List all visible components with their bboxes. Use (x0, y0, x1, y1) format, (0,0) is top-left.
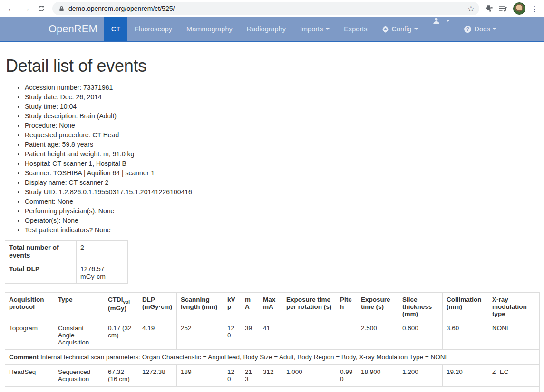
event-cell: 0.600 (398, 321, 443, 350)
column-header: DLP (mGy·cm) (138, 293, 177, 321)
event-cell: 0.990 (336, 365, 357, 387)
menu-user[interactable] (425, 17, 457, 25)
event-row: TopogramConstant Angle Acquisition0.17 (… (5, 321, 540, 350)
address-bar[interactable]: demo.openrem.org/openrem/ct/525/ ☆ (52, 2, 479, 15)
event-cell: 1.000 (282, 365, 336, 387)
browser-toolbar: ← → demo.openrem.org/openrem/ct/525/ ☆ ⋮ (0, 0, 544, 17)
event-cell: Constant Angle Acquisition (54, 321, 104, 350)
study-detail-item: Study UID: 1.2.826.0.1.19550317.15.1.201… (25, 187, 539, 197)
column-header: X-ray modulation type (488, 293, 540, 321)
question-icon: ? (464, 26, 471, 33)
event-cell: 2.500 (357, 321, 398, 350)
summary-row: Total number of events2 (5, 241, 128, 262)
media-controls-icon[interactable] (499, 5, 507, 12)
column-header: mA (241, 293, 259, 321)
tab-ct[interactable]: CT (104, 17, 127, 41)
event-cell: 41 (259, 321, 282, 350)
menu-exports[interactable]: Exports (337, 17, 374, 41)
study-detail-item: Requested procedure: CT Head (25, 130, 539, 140)
caret-down-icon (326, 28, 330, 30)
column-header: Max mA (259, 293, 282, 321)
study-detail-item: Test patient indicators? None (25, 225, 539, 235)
column-header: Pitch (336, 293, 357, 321)
column-header: CTDIvol (mGy) (104, 293, 138, 321)
study-detail-item: Procedure: None (25, 121, 539, 130)
tab-fluoroscopy[interactable]: Fluoroscopy (127, 17, 179, 41)
events-table-body: TopogramConstant Angle Acquisition0.17 (… (5, 321, 540, 392)
event-cell: NONE (488, 321, 540, 350)
event-comment: Comment Internal technical scan paramete… (5, 350, 540, 365)
event-comment: Comment Internal technical scan paramete… (5, 387, 540, 392)
event-cell: 120 (223, 321, 241, 350)
caret-down-icon (414, 28, 418, 30)
event-cell (336, 321, 357, 350)
menu-config[interactable]: Config (375, 17, 426, 41)
summary-table: Total number of events2Total DLP1276.57 … (5, 240, 128, 284)
study-detail-item: Hospital: CT scanner 1, Hospital B (25, 159, 539, 168)
study-detail-item: Accession number: 73371981 (25, 83, 539, 92)
summary-label: Total DLP (5, 262, 77, 284)
event-comment-row: Comment Internal technical scan paramete… (5, 387, 540, 392)
lock-icon (59, 6, 64, 12)
event-cell: 0.17 (32 cm) (104, 321, 138, 350)
event-cell: 1272.38 (138, 365, 177, 387)
extensions-puzzle-icon[interactable] (485, 5, 493, 13)
browser-menu-icon[interactable]: ⋮ (531, 5, 538, 12)
forward-icon[interactable]: → (20, 2, 32, 15)
event-cell: Sequenced Acquisition (54, 365, 104, 387)
event-cell: 18.900 (357, 365, 398, 387)
back-icon[interactable]: ← (5, 2, 17, 15)
summary-table-body: Total number of events2Total DLP1276.57 … (5, 241, 128, 284)
event-cell: 39 (241, 321, 259, 350)
study-detail-item: Patient age: 59.8 years (25, 140, 539, 149)
event-cell: 19.20 (443, 365, 488, 387)
gear-icon (382, 26, 389, 33)
event-cell: 189 (177, 365, 223, 387)
study-detail-item: Study date: Dec. 26, 2014 (25, 92, 539, 102)
summary-row: Total DLP1276.57 mGy·cm (5, 262, 128, 284)
study-detail-item: Display name: CT scanner 2 (25, 178, 539, 187)
summary-value: 1276.57 mGy·cm (77, 262, 128, 284)
browser-toolbar-right: ⋮ (485, 2, 540, 15)
event-cell: Z_EC (488, 365, 540, 387)
caret-down-icon (493, 28, 496, 30)
study-detail-item: Scanner: TOSHIBA | Aquilion 64 | scanner… (25, 168, 539, 178)
caret-down-icon (446, 20, 450, 22)
event-row: HeadSeqSequenced Acquisition67.32 (16 cm… (5, 365, 540, 387)
study-detail-item: Patient height and weight: m, 91.0 kg (25, 149, 539, 159)
menu-docs[interactable]: ? Docs (457, 17, 504, 41)
summary-label: Total number of events (5, 241, 77, 262)
column-header: Exposure time per rotation (s) (282, 293, 336, 321)
event-cell: 3.60 (443, 321, 488, 350)
column-header: Exposure time (s) (357, 293, 398, 321)
event-cell: 213 (241, 365, 259, 387)
study-detail-item: Comment: None (25, 197, 539, 206)
event-cell: HeadSeq (5, 365, 54, 387)
study-detail-item: Operator(s): None (25, 216, 539, 225)
app-navbar: OpenREM CT Fluoroscopy Mammography Radio… (0, 17, 544, 42)
event-cell: 4.19 (138, 321, 177, 350)
url-text: demo.openrem.org/openrem/ct/525/ (68, 5, 463, 12)
events-table-head: Acquisition protocolTypeCTDIvol (mGy)DLP… (5, 293, 540, 321)
column-header: Slice thickness (mm) (398, 293, 443, 321)
brand-openrem[interactable]: OpenREM (49, 17, 104, 41)
column-header: kVp (223, 293, 241, 321)
bookmark-star-icon[interactable]: ☆ (467, 4, 475, 14)
summary-value: 2 (77, 241, 128, 262)
profile-avatar[interactable] (513, 2, 525, 15)
study-detail-item: Study time: 10:04 (25, 102, 539, 111)
tab-radiography[interactable]: Radiography (240, 17, 293, 41)
menu-imports-label: Imports (300, 17, 323, 41)
page-content: Detail list of events Accession number: … (0, 56, 544, 392)
user-icon (432, 17, 440, 25)
event-cell: 1.200 (398, 365, 443, 387)
page-title: Detail list of events (5, 56, 539, 76)
tab-mammography[interactable]: Mammography (179, 17, 240, 41)
events-header-row: Acquisition protocolTypeCTDIvol (mGy)DLP… (5, 293, 540, 321)
column-header: Collimation (mm) (443, 293, 488, 321)
reload-icon[interactable] (35, 2, 48, 15)
reload-glyph (38, 5, 45, 12)
column-header: Scanning length (mm) (177, 293, 223, 321)
column-header: Acquisition protocol (5, 293, 54, 321)
menu-imports[interactable]: Imports (293, 17, 337, 41)
